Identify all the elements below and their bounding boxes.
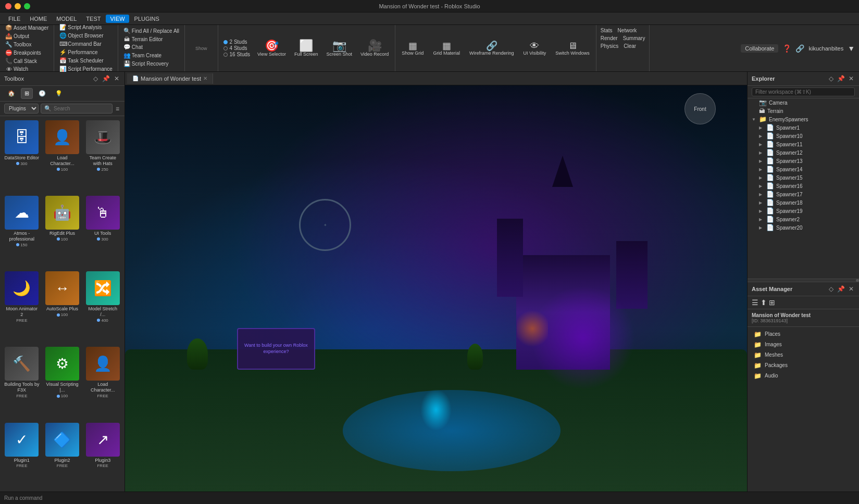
ui-visibility-btn[interactable]: 👁 UI Visibility <box>519 35 550 61</box>
tree-expand-8[interactable]: ▶ <box>759 167 764 172</box>
stud-16-radio[interactable] <box>223 53 228 57</box>
tree-expand-11[interactable]: ▶ <box>759 192 764 197</box>
viewport-scene[interactable]: ✦ Want to build your own Roblox experien… <box>125 85 747 492</box>
toolbox-filter-btn[interactable]: ≡ <box>115 104 120 114</box>
share-btn[interactable]: 🔗 <box>795 44 804 53</box>
breakpoints-btn[interactable]: ⛔ Breakpoints <box>3 49 51 57</box>
script-analysis-btn[interactable]: 📝 Script Analysis <box>57 23 115 31</box>
asset-manager-float-btn[interactable]: ◇ <box>828 284 835 294</box>
maximize-button[interactable] <box>24 3 30 9</box>
asset-folder-1[interactable]: 📁 Images <box>748 339 859 350</box>
stud-4[interactable]: 4 Studs <box>223 45 250 51</box>
tree-expand-12[interactable]: ▶ <box>759 200 764 205</box>
performance-btn[interactable]: ⚡ Performance <box>57 48 115 56</box>
stud-2-radio[interactable] <box>223 40 228 44</box>
plugin-item-13[interactable]: 🔷 Plugin2 FREE <box>43 421 82 489</box>
tree-item-6[interactable]: ▶ 📄 Spawner12 <box>748 148 859 157</box>
plugin-item-2[interactable]: 🎩 Team Create with Hats 250 <box>83 118 122 193</box>
clear-btn[interactable]: Clear <box>621 43 638 49</box>
screenshot-btn[interactable]: 📷 Screen Shot <box>322 35 356 61</box>
toolbox-tab-home[interactable]: 🏠 <box>4 88 19 99</box>
toolbox-tab-ideas[interactable]: 💡 <box>52 88 66 99</box>
toolbox-tab-recent[interactable]: 🕐 <box>35 88 49 99</box>
menu-home[interactable]: HOME <box>26 15 51 23</box>
full-screen-btn[interactable]: ⬜ Full Screen <box>290 35 322 61</box>
tree-item-3[interactable]: ▶ 📄 Spawner1 <box>748 123 859 132</box>
network-tab-btn[interactable]: Network <box>616 27 639 34</box>
toolbox-pin-btn[interactable]: 📌 <box>101 74 111 83</box>
toolbox-search-input[interactable] <box>54 106 109 111</box>
tree-expand-2[interactable]: ▼ <box>752 117 757 122</box>
output-btn[interactable]: 📤 Output <box>3 32 51 40</box>
toolbox-tab-grid[interactable]: ⊞ <box>21 88 33 99</box>
switch-windows-btn[interactable]: 🖥 Switch Windows <box>551 35 594 61</box>
tree-expand-5[interactable]: ▶ <box>759 142 764 147</box>
tree-expand-14[interactable]: ▶ <box>759 217 764 222</box>
plugin-item-4[interactable]: 🤖 RigEdit Plus 100 <box>43 194 82 268</box>
find-replace-btn[interactable]: 🔍 Find All / Replace All <box>121 27 181 35</box>
tree-item-2[interactable]: ▼ 📁 EnemySpawners <box>748 115 859 123</box>
tree-item-9[interactable]: ▶ 📄 Spawner15 <box>748 173 859 182</box>
menu-view[interactable]: VIEW <box>106 15 129 23</box>
asset-folder-4[interactable]: 📁 Audio <box>748 371 859 381</box>
tree-item-7[interactable]: ▶ 📄 Spawner13 <box>748 157 859 165</box>
menu-test[interactable]: TEST <box>82 15 105 23</box>
menu-file[interactable]: FILE <box>4 15 24 23</box>
plugin-item-5[interactable]: 🖱 UI Tools 300 <box>83 194 122 268</box>
tree-expand-9[interactable]: ▶ <box>759 175 764 180</box>
tree-expand-6[interactable]: ▶ <box>759 150 764 155</box>
tree-expand-4[interactable]: ▶ <box>759 134 764 138</box>
asset-manager-upload-icon[interactable]: ⬆ <box>761 298 767 307</box>
plugin-item-1[interactable]: 👤 Load Character... 100 <box>43 118 82 193</box>
menu-plugins[interactable]: PLUGINS <box>130 15 164 23</box>
plugin-item-0[interactable]: 🗄 DataStore Editor 300 <box>2 118 42 193</box>
asset-manager-pin-btn[interactable]: 📌 <box>836 284 846 294</box>
tree-item-5[interactable]: ▶ 📄 Spawner11 <box>748 140 859 148</box>
view-selector-btn[interactable]: 🎯 View Selector <box>253 35 290 61</box>
toolbox-close-btn[interactable]: ✕ <box>113 74 120 83</box>
plugin-item-7[interactable]: ↔ AutoScale Plus 100 <box>43 269 82 344</box>
video-record-btn[interactable]: 🎥 Video Record <box>356 35 393 61</box>
menu-model[interactable]: MODEL <box>52 15 81 23</box>
explorer-scrollbar[interactable] <box>748 279 859 282</box>
team-create-btn[interactable]: 👥 Team Create <box>121 52 181 59</box>
plugin-item-8[interactable]: 🔀 Model Stretch /... 400 <box>83 269 122 344</box>
help-btn[interactable]: ❓ <box>782 44 791 53</box>
plugin-item-9[interactable]: 🔨 Building Tools by F3X FREE <box>2 345 42 419</box>
tree-item-10[interactable]: ▶ 📄 Spawner16 <box>748 182 859 190</box>
toolbox-category-select[interactable]: Plugins Models Decals Audio Meshes <box>4 104 39 114</box>
script-recovery-btn[interactable]: 💾 Script Recovery <box>121 60 181 68</box>
plugin-item-10[interactable]: ⚙ Visual Scripting |... 100 <box>43 345 82 419</box>
terrain-editor-btn[interactable]: 🏔 Terrain Editor <box>121 35 181 43</box>
asset-folder-0[interactable]: 📁 Places <box>748 329 859 339</box>
tree-expand-10[interactable]: ▶ <box>759 184 764 188</box>
plugin-item-3[interactable]: ☁ Atmos - professional 150 <box>2 194 42 268</box>
render-tab-btn[interactable]: Render <box>599 35 620 42</box>
asset-manager-grid-icon[interactable]: ⊞ <box>769 298 775 307</box>
tree-item-14[interactable]: ▶ 📄 Spawner2 <box>748 215 859 223</box>
tree-expand-15[interactable]: ▶ <box>759 225 764 230</box>
stud-4-radio[interactable] <box>223 46 228 51</box>
explorer-search-input[interactable] <box>752 87 855 96</box>
plugin-item-6[interactable]: 🌙 Moon Animator 2 FREE <box>2 269 42 344</box>
plugin-item-14[interactable]: ↗ Plugin3 FREE <box>83 421 122 489</box>
stats-tab-btn[interactable]: Stats <box>599 27 615 34</box>
plugin-item-11[interactable]: 👤 Load Character... FREE <box>83 345 122 419</box>
show-grid-btn[interactable]: ▦ Show Grid <box>397 35 428 61</box>
asset-folder-2[interactable]: 📁 Meshes <box>748 350 859 360</box>
task-scheduler-btn[interactable]: 📅 Task Scheduler <box>57 57 115 65</box>
physics-tab-btn[interactable]: Physics <box>599 43 620 49</box>
explorer-float-btn[interactable]: ◇ <box>828 74 835 83</box>
explorer-pin-btn[interactable]: 📌 <box>836 74 846 83</box>
tree-expand-13[interactable]: ▶ <box>759 209 764 213</box>
tree-item-12[interactable]: ▶ 📄 Spawner18 <box>748 198 859 207</box>
viewport-tab-main[interactable]: 📄 Mansion of Wonder test ✕ <box>127 73 213 84</box>
toolbox-btn[interactable]: 🔧 Toolbox <box>3 41 51 48</box>
asset-manager-menu-icon[interactable]: ☰ <box>752 298 758 307</box>
stud-16[interactable]: 16 Studs <box>223 52 250 57</box>
viewport-tab-close[interactable]: ✕ <box>203 75 207 81</box>
tree-expand-7[interactable]: ▶ <box>759 159 764 163</box>
tree-item-11[interactable]: ▶ 📄 Spawner17 <box>748 190 859 198</box>
summary-tab-btn[interactable]: Summary <box>621 35 648 42</box>
chat-btn[interactable]: 💬 Chat <box>121 43 181 51</box>
